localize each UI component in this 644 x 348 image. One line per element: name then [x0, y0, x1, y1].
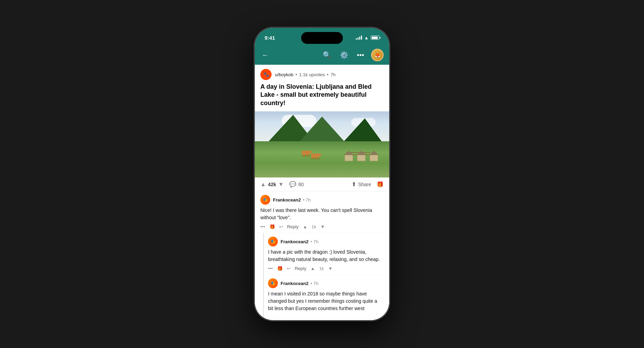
more-options-icon[interactable]: •••: [355, 50, 366, 61]
comment-1-body: Nice! I was there last week. You can't s…: [260, 207, 384, 221]
upvote-icon[interactable]: ▲: [260, 181, 266, 188]
comment-2-award[interactable]: 🎁: [277, 266, 283, 271]
post-time: 7h: [331, 72, 336, 77]
comment-2-dots[interactable]: •••: [268, 266, 273, 271]
post-actions: ▲ 42k ▼ 💬 80 ⬆ Share 🎁: [255, 177, 389, 191]
comment-1-vote-count: 1k: [312, 224, 316, 229]
post-upvotes: 1.1k upvotes: [299, 72, 325, 77]
comment-1-reply-button[interactable]: Reply: [287, 224, 299, 229]
vote-group: ▲ 42k ▼: [260, 181, 284, 188]
comment-2-reply-button[interactable]: Reply: [295, 266, 306, 271]
comment-button[interactable]: 💬 80: [289, 181, 304, 188]
comment-icon: 💬: [289, 181, 296, 188]
wifi-icon: ▲: [364, 35, 369, 40]
comment-3-body: I mean I visited in 2018 so maybe things…: [268, 290, 384, 312]
share-button[interactable]: ⬆ Share: [352, 181, 371, 188]
comment-1: 🎭 Frankocean2 • 7h Nice! I was there las…: [255, 191, 389, 233]
post-title: A day in Slovenia: Ljubljana and Bled La…: [255, 83, 389, 111]
nav-bar: ← 🔍 ⚙️ ••• 🦊: [255, 45, 389, 65]
phone-screen: 9:41 ▲ ← 🔍 ⚙️ •••: [255, 28, 389, 320]
search-icon[interactable]: 🔍: [321, 49, 333, 61]
comment-2-avatar[interactable]: 🎭: [268, 237, 278, 246]
post-separator2: •: [327, 72, 329, 77]
filter-icon[interactable]: ⚙️: [338, 49, 350, 61]
comment-3-time: • 7h: [311, 281, 319, 286]
status-icons: ▲: [356, 35, 379, 40]
comment-2-body: I have a pic with the dragon :) loved Sl…: [268, 248, 384, 263]
status-time: 9:41: [265, 35, 275, 41]
comment-1-time: • 7h: [303, 197, 311, 203]
comment-2-username[interactable]: Frankocean2: [281, 239, 308, 244]
comment-1-actions: ••• 🎁 ↩ Reply ▲ 1k ▼: [260, 224, 384, 229]
comment-1-reply-icon[interactable]: ↩: [279, 224, 283, 229]
cow2: [311, 153, 319, 159]
post-image[interactable]: [255, 111, 389, 177]
comment-2-vote-count: 1k: [319, 266, 324, 271]
subreddit-avatar: 🐾: [260, 69, 272, 80]
chalets: [344, 151, 379, 161]
nav-right-icons: 🔍 ⚙️ ••• 🦊: [321, 49, 384, 61]
phone-frame: 9:41 ▲ ← 🔍 ⚙️ •••: [254, 27, 390, 321]
battery-icon: [371, 35, 379, 40]
post-separator: •: [296, 72, 297, 77]
post-username[interactable]: u/boykob: [275, 72, 293, 77]
back-button[interactable]: ←: [260, 50, 270, 61]
comment-1-avatar[interactable]: 🎭: [260, 195, 270, 205]
comment-1-downvote[interactable]: ▼: [321, 224, 325, 229]
award-icon: 🎁: [377, 181, 384, 188]
award-button[interactable]: 🎁: [377, 181, 384, 188]
comment-1-upvote[interactable]: ▲: [303, 224, 307, 229]
comment-2-reply-icon[interactable]: ↩: [287, 266, 291, 271]
share-icon: ⬆: [352, 181, 356, 188]
vote-count: 42k: [268, 182, 276, 187]
comment-2: 🎭 Frankocean2 • 7h I have a pic with the…: [263, 233, 389, 275]
comment-2-time: • 7h: [311, 239, 319, 244]
content-area: 🐾 u/boykob • 1.1k upvotes • 7h A day in …: [255, 65, 389, 320]
cow1: [302, 151, 309, 156]
comment-1-username[interactable]: Frankocean2: [273, 197, 301, 203]
comment-1-award[interactable]: 🎁: [269, 224, 275, 229]
share-label: Share: [358, 182, 371, 187]
comment-count: 80: [298, 182, 304, 187]
post-meta: u/boykob • 1.1k upvotes • 7h: [275, 72, 336, 77]
signal-icon: [356, 35, 362, 40]
dynamic-island: [301, 32, 343, 44]
post-header: 🐾 u/boykob • 1.1k upvotes • 7h: [255, 65, 389, 83]
comment-2-upvote[interactable]: ▲: [311, 266, 315, 271]
comment-3: 🎭 Frankocean2 • 7h I mean I visited in 2…: [263, 275, 389, 319]
comment-2-actions: ••• 🎁 ↩ Reply ▲ 1k ▼: [268, 266, 384, 271]
comment-1-dots[interactable]: •••: [260, 224, 265, 229]
user-avatar[interactable]: 🦊: [371, 49, 384, 61]
comment-2-downvote[interactable]: ▼: [328, 266, 333, 271]
downvote-icon[interactable]: ▼: [278, 181, 284, 188]
comment-3-avatar[interactable]: 🎭: [268, 278, 278, 288]
comment-3-username[interactable]: Frankocean2: [281, 281, 308, 286]
